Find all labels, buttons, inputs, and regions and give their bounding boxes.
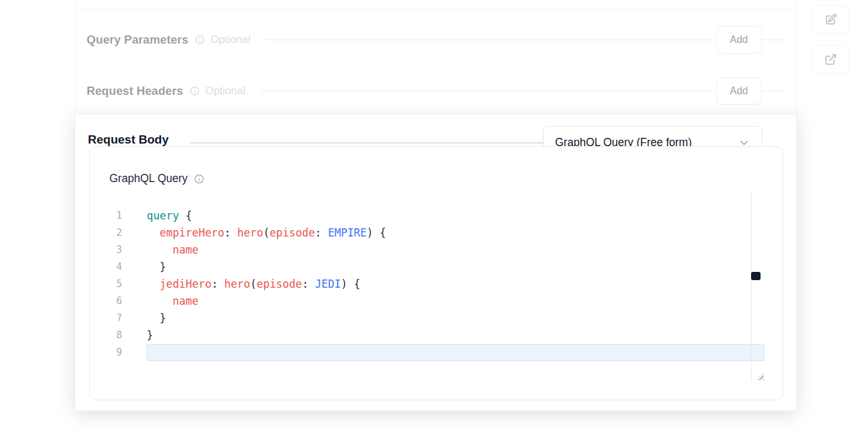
info-icon[interactable] bbox=[190, 86, 200, 96]
line-number: 2 bbox=[104, 224, 133, 242]
query-parameters-title: Query Parameters bbox=[87, 33, 188, 47]
line-number: 4 bbox=[104, 259, 133, 276]
code-text: } bbox=[147, 327, 764, 344]
code-line: 6 name bbox=[104, 293, 764, 310]
code-text bbox=[147, 344, 764, 361]
query-parameters-section: Query Parameters Optional Add bbox=[87, 26, 784, 54]
code-text: } bbox=[147, 259, 764, 276]
optional-label: Optional bbox=[211, 34, 250, 46]
code-line: 4 } bbox=[104, 259, 764, 276]
code-text: jediHero: hero(episode: JEDI) { bbox=[147, 276, 764, 293]
code-line: 7 } bbox=[104, 310, 764, 327]
line-number: 8 bbox=[104, 327, 133, 344]
request-headers-section: Request Headers Optional Add bbox=[87, 77, 784, 105]
line-number: 6 bbox=[104, 293, 133, 310]
pencil-square-icon bbox=[824, 13, 837, 26]
code-line: 5 jediHero: hero(episode: JEDI) { bbox=[104, 276, 764, 293]
section-divider bbox=[75, 9, 796, 10]
code-text: query { bbox=[147, 207, 764, 224]
divider-line bbox=[266, 39, 716, 40]
code-line: 9 bbox=[104, 344, 764, 361]
info-icon[interactable] bbox=[195, 35, 205, 45]
code-line: 1query { bbox=[104, 207, 764, 224]
divider-line bbox=[762, 39, 784, 40]
code-line: 2 empireHero: hero(episode: EMPIRE) { bbox=[104, 224, 764, 242]
divider-line bbox=[762, 90, 784, 92]
divider-line bbox=[190, 142, 543, 144]
editor-scrollbar-thumb[interactable] bbox=[751, 272, 761, 280]
line-number: 7 bbox=[104, 310, 133, 327]
line-number: 3 bbox=[104, 242, 133, 259]
code-text: name bbox=[147, 242, 764, 259]
code-line: 8} bbox=[104, 327, 764, 344]
code-text: empireHero: hero(episode: EMPIRE) { bbox=[147, 224, 764, 242]
graphql-editor[interactable]: 1query {2 empireHero: hero(episode: EMPI… bbox=[104, 191, 764, 381]
graphql-query-label: GraphQL Query bbox=[109, 172, 188, 185]
code-text: name bbox=[147, 293, 764, 310]
request-body-title: Request Body bbox=[88, 133, 169, 147]
divider-line bbox=[260, 90, 716, 92]
add-query-parameter-button[interactable]: Add bbox=[716, 26, 762, 54]
open-external-button[interactable] bbox=[812, 45, 849, 74]
code-lines: 1query {2 empireHero: hero(episode: EMPI… bbox=[104, 191, 764, 381]
request-body-section: Request Body GraphQL Query (Free form) G… bbox=[75, 114, 797, 411]
add-request-header-button[interactable]: Add bbox=[716, 77, 762, 105]
edit-button[interactable] bbox=[812, 5, 849, 34]
request-headers-title: Request Headers bbox=[87, 84, 183, 98]
line-number: 5 bbox=[104, 276, 133, 293]
side-action-buttons bbox=[812, 5, 849, 74]
code-line: 3 name bbox=[104, 242, 764, 259]
info-icon[interactable] bbox=[194, 174, 204, 184]
code-text: } bbox=[147, 310, 764, 327]
graphql-query-card: GraphQL Query 1query {2 empireHero: hero… bbox=[89, 146, 783, 400]
graphql-query-label-row: GraphQL Query bbox=[109, 172, 204, 185]
api-endpoint-config-page: Query Parameters Optional Add Request He… bbox=[0, 0, 868, 430]
editor-scrollbar-track[interactable] bbox=[751, 191, 752, 381]
line-number: 9 bbox=[104, 344, 133, 361]
optional-label: Optional bbox=[205, 85, 245, 97]
external-link-icon bbox=[824, 53, 837, 66]
line-number: 1 bbox=[104, 207, 133, 224]
